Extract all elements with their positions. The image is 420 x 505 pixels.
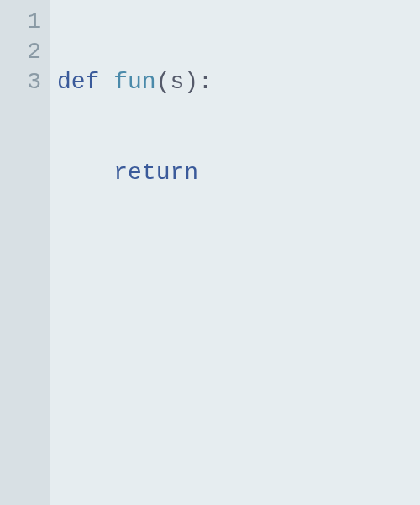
code-line	[57, 249, 420, 279]
code-line: def fun(s):	[57, 67, 420, 97]
line-number: 2	[0, 37, 50, 67]
code-line: return	[57, 158, 420, 188]
paren-close: )	[184, 69, 198, 95]
indent	[57, 160, 113, 186]
keyword-return: return	[113, 160, 198, 186]
line-number-gutter: 1 2 3	[0, 0, 50, 505]
line-number: 1	[0, 7, 50, 37]
paren-open: (	[156, 69, 171, 95]
keyword-def: def	[57, 69, 99, 95]
code-editor[interactable]: def fun(s): return	[50, 0, 420, 505]
function-name: fun	[113, 69, 155, 95]
parameter: s	[170, 69, 184, 95]
colon: :	[198, 69, 213, 95]
line-number: 3	[0, 67, 50, 97]
